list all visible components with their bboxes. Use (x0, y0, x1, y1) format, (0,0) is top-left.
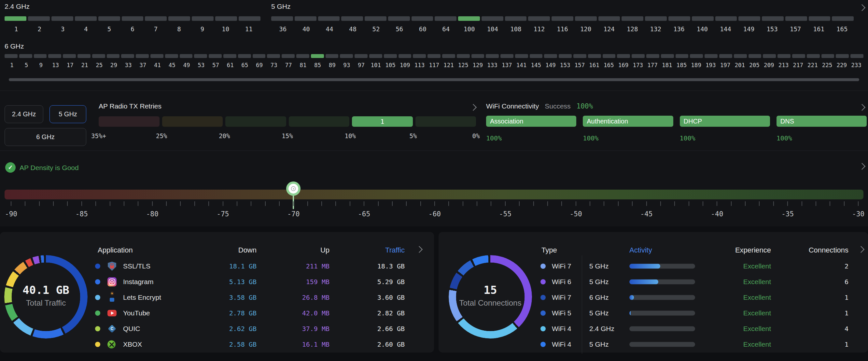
connectivity-stage: DHCP (680, 116, 770, 127)
channel-segment (719, 54, 732, 58)
scale-tick (406, 201, 407, 206)
channel-number-label: 201 (733, 62, 747, 68)
table-row[interactable]: WiFi 76 GHzExcellent1 (439, 290, 868, 305)
scale-tick (166, 201, 167, 206)
scale-tick (632, 201, 632, 206)
table-row[interactable]: WiFi 55 GHzExcellent1 (439, 305, 868, 321)
table-row[interactable]: WiFi 65 GHzExcellent6 (439, 274, 868, 290)
channel-number-label: 69 (252, 62, 267, 68)
channel-segment (411, 16, 433, 21)
scale-tick (11, 201, 11, 206)
ap-density-status-text: AP Density is Good (20, 164, 79, 172)
channels-horizontal-scrollbar[interactable] (9, 78, 859, 81)
wifi-band: 2.4 GHz (589, 325, 614, 333)
channel-number-label: 104 (481, 25, 504, 33)
channel-segment (528, 16, 550, 21)
wifi-type: WiFi 4 (552, 340, 571, 348)
channel-number-label: 49 (179, 62, 194, 68)
tx-retries-chevron-right-icon[interactable] (470, 104, 477, 111)
table-row[interactable]: SSL/TLS18.1 GB211 MB18.3 GB (0, 259, 434, 274)
down-value: 5.13 GB (176, 278, 256, 286)
channel-number-label: 61 (223, 62, 238, 68)
channel-number-label: 112 (527, 25, 551, 33)
table-row[interactable]: QUIC2.62 GB37.9 MB2.66 GB (0, 321, 434, 337)
column-header-activity[interactable]: Activity (629, 246, 652, 255)
column-header-experience[interactable]: Experience (709, 246, 771, 255)
table-row[interactable]: WiFi 45 GHzExcellent1 (439, 337, 868, 352)
connections-count: 1 (790, 294, 848, 301)
channel-segment (150, 54, 163, 58)
channels-chevron-right-icon[interactable] (859, 4, 865, 11)
channel-segment (294, 16, 316, 21)
table-row[interactable]: WiFi 42.4 GHzExcellent4 (439, 321, 868, 337)
column-header-down[interactable]: Down (176, 246, 256, 255)
channel-number-label: 217 (791, 62, 805, 68)
channel-segment (598, 16, 620, 21)
channel-number-label: 144 (714, 25, 738, 33)
channel-number-label: 157 (784, 25, 807, 33)
channel-number-label: 141 (514, 62, 529, 68)
tx-retry-count-badge: 1 (380, 118, 384, 125)
channel-number-label: 233 (849, 62, 864, 68)
wifi-connectivity-title-row: WiFi Connectivity Success 100% (486, 102, 593, 110)
channel-number-label: 161 (587, 62, 602, 68)
wifi-band: 6 GHz (589, 294, 609, 301)
channel-segment (748, 54, 762, 58)
channel-number-label: 117 (427, 62, 441, 68)
app-name: QUIC (123, 325, 140, 333)
channel-number-label: 41 (150, 62, 165, 68)
wifi-connectivity-stages: AssociationAuthenticationDHCPDNS (486, 116, 867, 127)
channel-segment (486, 54, 499, 58)
app-name: YouTube (123, 309, 150, 317)
band-5ghz-channel-bars (271, 16, 854, 21)
channel-segment (482, 16, 503, 21)
experience-value: Excellent (709, 294, 771, 301)
ap-density-chevron-right-icon[interactable] (859, 163, 865, 170)
ap-density-marker-handle[interactable] (286, 181, 301, 196)
activity-bar (629, 311, 695, 316)
channel-segment (318, 16, 340, 21)
channel-segment (500, 54, 514, 58)
band-button-5ghz[interactable]: 5 GHz (50, 105, 86, 123)
table-row[interactable]: WiFi 75 GHzExcellent2 (439, 259, 868, 274)
channel-number-label: 5 (19, 62, 34, 68)
table-row[interactable]: YouTube2.78 GB42.0 MB2.82 GB (0, 305, 434, 321)
column-header-traffic[interactable]: Traffic (332, 246, 405, 255)
column-header-type: Type (541, 246, 557, 255)
scale-tick (350, 201, 350, 206)
column-header-up[interactable]: Up (260, 246, 330, 255)
scale-tick (533, 201, 534, 206)
table-row[interactable]: XBOX2.58 GB16.1 MB2.60 GB (0, 337, 434, 352)
channel-segment (223, 54, 236, 58)
channel-number-label: 93 (340, 62, 354, 68)
channel-number-label: 1 (5, 62, 19, 68)
channel-number-label: 17 (63, 62, 78, 68)
channel-number-label: 9 (191, 25, 214, 33)
scale-tick (463, 201, 463, 206)
band-button-2-4ghz[interactable]: 2.4 GHz (5, 105, 43, 123)
channel-segment (669, 16, 690, 21)
connections-card-chevron-right-icon[interactable] (858, 246, 864, 253)
channel-segment (34, 54, 47, 58)
channel-number-label: 116 (551, 25, 574, 33)
scale-tick-label: -80 (146, 210, 159, 218)
up-value: 211 MB (260, 262, 330, 270)
channel-segment (388, 16, 410, 21)
traffic-card-chevron-right-icon[interactable] (416, 246, 423, 253)
channel-segment-active (311, 54, 324, 58)
activity-bar (629, 279, 695, 284)
column-header-application: Application (98, 246, 133, 255)
channel-number-label: 64 (434, 25, 458, 33)
band-button-6ghz[interactable]: 6 GHz (5, 128, 86, 146)
activity-bar (629, 264, 695, 269)
channel-number-label: 3 (51, 25, 74, 33)
wifi-connectivity-chevron-right-icon[interactable] (859, 104, 865, 111)
band-6ghz-channel-numbers: 1591317212529333741454953576165697377818… (5, 62, 863, 68)
column-header-connections[interactable]: Connections (780, 246, 848, 255)
table-row[interactable]: Instagram5.13 GB159 MB5.29 GB (0, 274, 434, 290)
tx-retry-scale-label: 0% (472, 132, 480, 140)
channel-segment (646, 54, 659, 58)
scale-tick (95, 201, 96, 206)
channel-segment (52, 16, 73, 21)
table-row[interactable]: Lets Encrypt3.58 GB26.8 MB3.60 GB (0, 290, 434, 305)
